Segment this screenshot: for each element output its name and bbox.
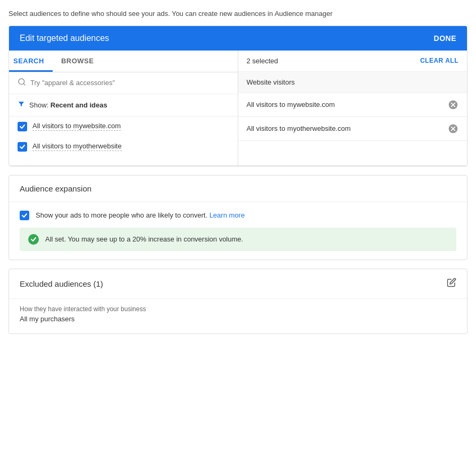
- search-input[interactable]: [30, 79, 229, 87]
- filter-link[interactable]: Recent and ideas: [51, 101, 107, 109]
- search-icon: [18, 78, 26, 88]
- edit-panel-title: Edit targeted audiences: [20, 34, 109, 43]
- success-icon: [28, 234, 39, 245]
- audience-expansion-title: Audience expansion: [20, 184, 91, 193]
- filter-label: Show: Recent and ideas: [29, 101, 107, 109]
- selected-header: 2 selected CLEAR ALL: [238, 51, 467, 72]
- filter-icon: [18, 101, 25, 110]
- selected-item-2: All visitors to myotherwebsite.com: [238, 117, 467, 141]
- checkbox-label-1: All visitors to mywebsite.com: [32, 122, 121, 131]
- tabs-row: SEARCH BROWSE: [9, 51, 238, 72]
- remove-item-1-button[interactable]: [448, 99, 458, 110]
- clear-all-button[interactable]: CLEAR ALL: [420, 57, 458, 64]
- expansion-checkbox-row: Show your ads to more people who are lik…: [20, 211, 456, 220]
- excluded-audiences-body: How they have interacted with your busin…: [9, 298, 467, 334]
- success-banner: All set. You may see up to a 20% increas…: [20, 228, 456, 251]
- excluded-audiences-header: Excluded audiences (1): [9, 269, 467, 298]
- success-message: All set. You may see up to a 20% increas…: [45, 235, 243, 243]
- audience-expansion-card: Audience expansion Show your ads to more…: [9, 175, 467, 260]
- website-visitors-header: Website visitors: [238, 72, 467, 93]
- search-row: [9, 72, 238, 94]
- selected-item-1: All visitors to mywebsite.com: [238, 93, 467, 117]
- excluded-audiences-card: Excluded audiences (1) How they have int…: [9, 269, 467, 334]
- two-col-layout: SEARCH BROWSE: [9, 51, 467, 166]
- tab-browse[interactable]: BROWSE: [57, 51, 103, 72]
- edit-targeted-audiences-panel: Edit targeted audiences DONE SEARCH BROW…: [9, 26, 467, 166]
- filter-row: Show: Recent and ideas: [9, 94, 238, 116]
- svg-line-1: [23, 84, 25, 85]
- checkbox-item-2: All visitors to myotherwebsite: [9, 137, 238, 157]
- excluded-subtitle: How they have interacted with your busin…: [20, 305, 456, 313]
- edit-panel-header: Edit targeted audiences DONE: [9, 26, 467, 51]
- excluded-value: All my purchasers: [20, 315, 456, 323]
- checkbox-1[interactable]: [18, 122, 27, 131]
- learn-more-link[interactable]: Learn more: [210, 211, 245, 219]
- done-button[interactable]: DONE: [434, 34, 456, 43]
- audience-expansion-header: Audience expansion: [9, 176, 467, 202]
- expansion-text: Show your ads to more people who are lik…: [36, 211, 245, 219]
- checkbox-item-1: All visitors to mywebsite.com: [9, 116, 238, 137]
- edit-excluded-icon[interactable]: [447, 278, 456, 290]
- expansion-checkbox[interactable]: [20, 211, 29, 220]
- checkbox-label-2: All visitors to myotherwebsite: [32, 142, 122, 151]
- remove-item-2-button[interactable]: [448, 123, 458, 134]
- selected-item-label-2: All visitors to myotherwebsite.com: [247, 124, 351, 132]
- selected-item-label-1: All visitors to mywebsite.com: [247, 101, 335, 109]
- tab-search[interactable]: SEARCH: [9, 51, 53, 72]
- checkbox-2[interactable]: [18, 142, 27, 152]
- right-column: 2 selected CLEAR ALL Website visitors Al…: [238, 51, 467, 165]
- audience-expansion-body: Show your ads to more people who are lik…: [9, 202, 467, 260]
- excluded-audiences-title: Excluded audiences (1): [20, 279, 103, 288]
- selected-count: 2 selected: [247, 57, 278, 65]
- left-column: SEARCH BROWSE: [9, 51, 238, 165]
- page-description: Select audiences to define who should se…: [9, 9, 467, 19]
